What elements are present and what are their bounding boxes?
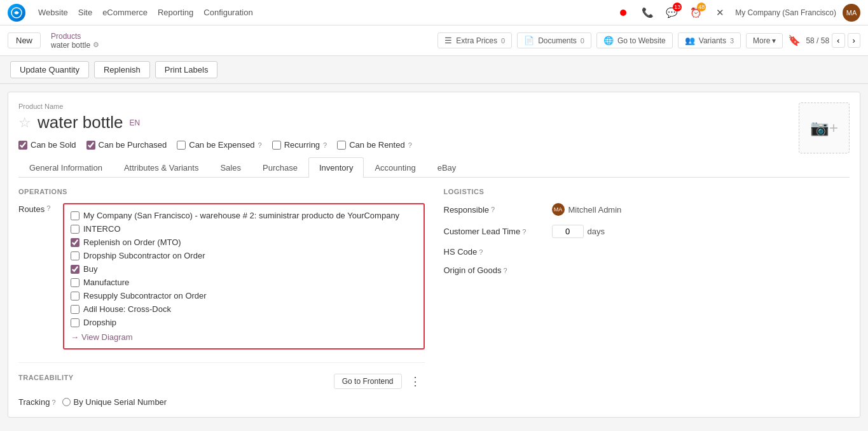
favorite-star-icon[interactable]: ☆ bbox=[18, 115, 31, 131]
documents-button[interactable]: 📄 Documents 0 bbox=[517, 32, 591, 48]
route-item-3: Dropship Subcontractor on Order bbox=[71, 251, 417, 260]
lead-time-input[interactable] bbox=[552, 225, 584, 238]
view-diagram-link[interactable]: → View Diagram bbox=[71, 332, 417, 342]
toolbar: Update Quantity Replenish Print Labels bbox=[0, 56, 868, 84]
can-be-expensed-input[interactable] bbox=[177, 141, 186, 150]
routes-help-icon[interactable]: ? bbox=[46, 204, 50, 212]
tracking-help-icon[interactable]: ? bbox=[52, 399, 55, 406]
bookmark-icon[interactable]: 🔖 bbox=[788, 34, 801, 46]
extra-prices-button[interactable]: ☰ Extra Prices 0 bbox=[437, 32, 512, 48]
product-tabs: General Information Attributes & Variant… bbox=[18, 157, 850, 178]
nav-configuration[interactable]: Configuration bbox=[203, 5, 252, 20]
go-to-frontend-button[interactable]: Go to Frontend bbox=[334, 374, 402, 389]
product-image[interactable]: 📷+ bbox=[799, 102, 850, 153]
replenish-button[interactable]: Replenish bbox=[94, 61, 150, 78]
recurring-input[interactable] bbox=[272, 141, 281, 150]
variants-icon: 👥 bbox=[685, 36, 695, 45]
close-icon[interactable]: ✕ bbox=[711, 4, 729, 22]
breadcrumb-current: water bottle ⚙ bbox=[51, 41, 99, 50]
can-be-rented-input[interactable] bbox=[337, 141, 346, 150]
lead-time-help-icon[interactable]: ? bbox=[522, 228, 526, 236]
dot-status[interactable] bbox=[614, 4, 632, 22]
recurring-help-icon[interactable]: ? bbox=[323, 141, 327, 149]
route-item-8: Dropship bbox=[71, 318, 417, 327]
nav-site[interactable]: Site bbox=[78, 5, 92, 20]
clock-icon[interactable]: ⏰ 48 bbox=[687, 4, 705, 22]
can-be-purchased-checkbox[interactable]: Can be Purchased bbox=[86, 140, 167, 150]
nav-website[interactable]: Website bbox=[38, 5, 68, 20]
route-8-checkbox[interactable] bbox=[71, 318, 79, 327]
language-badge[interactable]: EN bbox=[129, 118, 140, 127]
phone-icon[interactable]: 📞 bbox=[638, 4, 656, 22]
route-3-checkbox[interactable] bbox=[71, 251, 79, 260]
origin-of-goods-row: Origin of Goods ? bbox=[444, 265, 850, 275]
recurring-label: Recurring bbox=[284, 140, 320, 150]
logistics-title: LOGISTICS bbox=[444, 188, 850, 195]
tab-accounting[interactable]: Accounting bbox=[364, 157, 426, 178]
route-6-checkbox[interactable] bbox=[71, 292, 79, 300]
tab-attributes-variants[interactable]: Attributes & Variants bbox=[113, 157, 210, 178]
logistics-fields: Responsible ? MA Mitchell Admin Customer… bbox=[444, 203, 850, 275]
can-be-rented-checkbox[interactable]: Can be Rented ? bbox=[337, 140, 412, 150]
traceability-kebab-button[interactable]: ⋮ bbox=[406, 373, 425, 390]
breadcrumb-current-text: water bottle bbox=[51, 41, 90, 50]
tab-general-information[interactable]: General Information bbox=[18, 157, 113, 178]
prev-page-button[interactable]: ‹ bbox=[832, 33, 844, 48]
hs-code-help-icon[interactable]: ? bbox=[479, 248, 483, 256]
view-diagram-label: View Diagram bbox=[81, 332, 133, 342]
can-be-expensed-checkbox[interactable]: Can be Expensed ? bbox=[177, 140, 261, 150]
nav-ecommerce[interactable]: eCommerce bbox=[102, 5, 148, 20]
product-name-section: Product Name ☆ water bottle EN Can be So… bbox=[18, 102, 850, 157]
can-be-sold-input[interactable] bbox=[18, 141, 27, 150]
print-labels-button[interactable]: Print Labels bbox=[155, 61, 218, 78]
tab-sales[interactable]: Sales bbox=[209, 157, 252, 178]
expensed-help-icon[interactable]: ? bbox=[258, 141, 262, 149]
top-navigation: Website Site eCommerce Reporting Configu… bbox=[0, 0, 868, 25]
route-1-checkbox[interactable] bbox=[71, 225, 79, 234]
update-quantity-button[interactable]: Update Quantity bbox=[10, 61, 89, 78]
tab-inventory[interactable]: Inventory bbox=[308, 157, 364, 178]
route-0-checkbox[interactable] bbox=[71, 211, 79, 220]
tab-purchase[interactable]: Purchase bbox=[252, 157, 308, 178]
origin-of-goods-label-text: Origin of Goods bbox=[444, 265, 502, 275]
breadcrumb-parent[interactable]: Products bbox=[51, 32, 99, 41]
responsible-value: MA Mitchell Admin bbox=[552, 203, 622, 216]
nav-reporting[interactable]: Reporting bbox=[158, 5, 193, 20]
next-page-button[interactable]: › bbox=[848, 33, 860, 48]
product-name-row: ☆ water bottle EN bbox=[18, 113, 799, 132]
route-2-checkbox[interactable] bbox=[71, 238, 79, 247]
recurring-checkbox[interactable]: Recurring ? bbox=[272, 140, 327, 150]
customer-lead-time-value: days bbox=[552, 225, 605, 238]
chat-icon[interactable]: 💬 13 bbox=[663, 4, 680, 22]
more-button[interactable]: More ▾ bbox=[746, 33, 783, 48]
gear-icon[interactable]: ⚙ bbox=[93, 41, 99, 49]
tracking-radio[interactable] bbox=[62, 398, 71, 406]
route-5-label: Manufacture bbox=[83, 278, 129, 287]
arrow-right-icon: → bbox=[71, 332, 79, 342]
route-item-5: Manufacture bbox=[71, 278, 417, 287]
route-4-checkbox[interactable] bbox=[71, 265, 79, 274]
rented-help-icon[interactable]: ? bbox=[408, 141, 412, 149]
variants-button[interactable]: 👥 Variants 3 bbox=[678, 32, 741, 48]
can-be-purchased-input[interactable] bbox=[86, 141, 95, 150]
user-avatar[interactable]: MA bbox=[843, 4, 860, 22]
list-icon: ☰ bbox=[444, 36, 452, 45]
can-be-sold-checkbox[interactable]: Can be Sold bbox=[18, 140, 76, 150]
responsible-help-icon[interactable]: ? bbox=[491, 206, 495, 213]
new-button[interactable]: New bbox=[8, 32, 41, 48]
action-bar: New Products water bottle ⚙ ☰ Extra Pric… bbox=[0, 25, 868, 56]
hs-code-label: HS Code ? bbox=[444, 247, 546, 257]
can-be-purchased-label: Can be Purchased bbox=[99, 140, 167, 150]
product-title[interactable]: water bottle bbox=[38, 113, 123, 132]
route-5-checkbox[interactable] bbox=[71, 278, 79, 287]
routes-box: My Company (San Francisco) - warehouse #… bbox=[63, 203, 425, 350]
tab-ebay[interactable]: eBay bbox=[427, 157, 467, 178]
chat-badge: 13 bbox=[673, 3, 682, 11]
customer-lead-time-label: Customer Lead Time ? bbox=[444, 227, 546, 236]
origin-help-icon[interactable]: ? bbox=[504, 267, 507, 274]
app-logo[interactable] bbox=[8, 4, 25, 22]
route-7-checkbox[interactable] bbox=[71, 305, 79, 314]
responsible-name: Mitchell Admin bbox=[568, 205, 622, 215]
goto-website-button[interactable]: 🌐 Go to Website bbox=[596, 32, 673, 48]
checkboxes-row: Can be Sold Can be Purchased Can be Expe… bbox=[18, 140, 799, 150]
